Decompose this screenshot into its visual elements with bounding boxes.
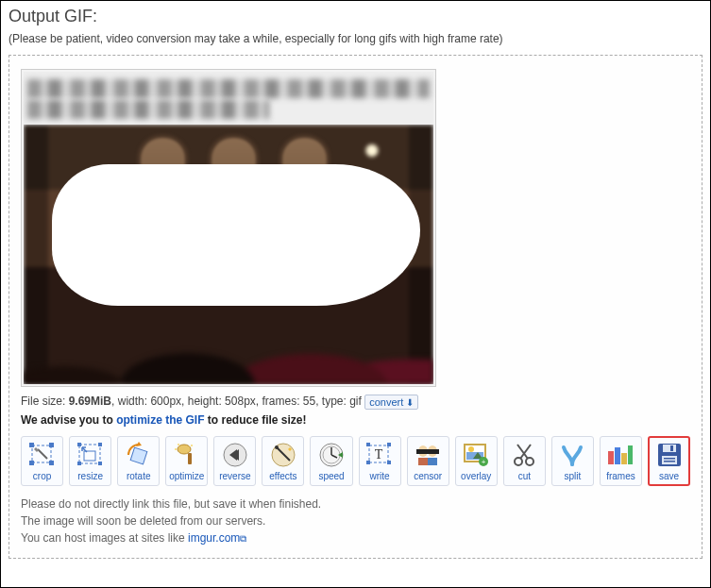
svg-rect-32 [428, 458, 437, 465]
svg-rect-24 [387, 443, 391, 446]
tool-label: speed [313, 471, 349, 481]
tool-label: overlay [458, 471, 495, 481]
imgur-link[interactable]: imgur.com [188, 531, 240, 545]
crop-button[interactable]: crop [21, 436, 63, 486]
tool-label: save [651, 471, 687, 481]
reverse-icon [219, 441, 251, 469]
note-text: You can host images at sites like [21, 531, 188, 545]
svg-rect-26 [387, 461, 391, 464]
caption-blurred [24, 72, 433, 125]
svg-rect-46 [670, 445, 673, 451]
svg-rect-4 [49, 461, 54, 465]
resize-icon [75, 441, 107, 469]
svg-rect-40 [608, 451, 614, 464]
file-info-prefix: File size: [21, 395, 69, 408]
section-title: Output GIF: [8, 7, 703, 26]
censor-button[interactable]: censor [407, 436, 449, 486]
split-button[interactable]: split [551, 436, 594, 486]
svg-rect-48 [664, 458, 675, 460]
footer-notes: Please do not directly link this file, b… [21, 496, 690, 546]
svg-rect-10 [84, 451, 95, 461]
save-icon [653, 441, 686, 469]
crop-icon [26, 441, 59, 469]
svg-rect-43 [628, 445, 633, 464]
tool-label: crop [24, 471, 60, 481]
svg-rect-47 [662, 456, 677, 464]
svg-rect-7 [98, 443, 102, 446]
svg-point-15 [175, 448, 177, 450]
blur-line [27, 79, 430, 98]
svg-text:T: T [375, 447, 383, 462]
svg-rect-42 [621, 453, 627, 464]
external-link-icon: ⧉ [240, 533, 246, 544]
overlay-button[interactable]: + overlay [455, 436, 498, 486]
overlay-icon: + [460, 441, 492, 469]
reverse-button[interactable]: reverse [213, 436, 256, 486]
effects-icon [267, 441, 299, 469]
tool-label: write [362, 471, 398, 481]
svg-rect-3 [29, 461, 34, 465]
toolbar: crop resize [21, 436, 690, 486]
resize-button[interactable]: resize [69, 436, 111, 486]
svg-rect-23 [366, 443, 370, 446]
svg-rect-31 [418, 458, 428, 465]
svg-text:+: + [482, 458, 486, 466]
note-line: You can host images at sites like imgur.… [21, 529, 690, 546]
svg-rect-9 [98, 462, 102, 465]
gif-preview[interactable] [21, 69, 436, 387]
section-subtitle: (Please be patient, video conversion may… [8, 32, 703, 45]
cut-icon [508, 441, 540, 469]
rotate-icon [123, 441, 155, 469]
svg-rect-25 [366, 461, 370, 464]
svg-rect-2 [49, 443, 54, 447]
svg-rect-1 [29, 443, 34, 447]
censor-icon [412, 441, 444, 469]
effects-button[interactable]: effects [262, 436, 304, 486]
download-arrow-icon: ⬇ [406, 397, 414, 408]
optimize-icon [171, 441, 203, 469]
svg-rect-13 [188, 453, 192, 464]
speed-icon [315, 441, 347, 469]
page-container: Output GIF: (Please be patient, video co… [0, 0, 711, 588]
note-line: The image will soon be deleted from our … [21, 512, 690, 529]
optimize-button[interactable]: optimize [165, 436, 208, 486]
svg-rect-6 [77, 443, 81, 446]
tool-label: censor [410, 471, 447, 481]
gif-frame [24, 125, 433, 384]
write-button[interactable]: T write [359, 436, 401, 486]
frames-button[interactable]: frames [600, 436, 642, 486]
tool-label: resize [72, 471, 109, 481]
advise-after: to reduce file size! [204, 413, 306, 427]
cut-button[interactable]: cut [503, 436, 546, 486]
svg-point-16 [191, 445, 193, 446]
tool-label: effects [264, 471, 301, 481]
output-panel: File size: 9.69MiB, width: 600px, height… [8, 55, 703, 559]
rotate-button[interactable]: rotate [117, 436, 160, 486]
tool-label: split [554, 471, 591, 481]
advise-line: We advise you to optimize the GIF to red… [21, 413, 690, 427]
tool-label: reverse [216, 471, 253, 481]
frames-icon [604, 441, 636, 469]
blur-line [27, 100, 269, 119]
svg-point-19 [275, 445, 279, 449]
file-info-rest: , width: 600px, height: 508px, frames: 5… [111, 395, 362, 408]
tool-label: frames [602, 471, 639, 481]
split-icon [556, 441, 588, 469]
save-button[interactable]: save [648, 436, 690, 486]
svg-rect-49 [664, 461, 675, 462]
advise-before: We advise you to [21, 413, 116, 427]
tool-label: cut [506, 471, 543, 481]
write-icon: T [364, 441, 396, 469]
svg-rect-8 [77, 462, 81, 465]
file-size: 9.69MiB [69, 395, 111, 408]
convert-button[interactable]: convert ⬇ [364, 395, 418, 410]
optimize-link[interactable]: optimize the GIF [116, 413, 204, 427]
speed-button[interactable]: speed [310, 436, 352, 486]
svg-rect-45 [663, 445, 676, 452]
svg-rect-11 [130, 447, 147, 464]
svg-point-12 [178, 445, 191, 454]
svg-point-35 [468, 446, 474, 452]
file-info: File size: 9.69MiB, width: 600px, height… [21, 395, 690, 410]
convert-label: convert [369, 396, 403, 408]
svg-point-14 [178, 444, 179, 445]
